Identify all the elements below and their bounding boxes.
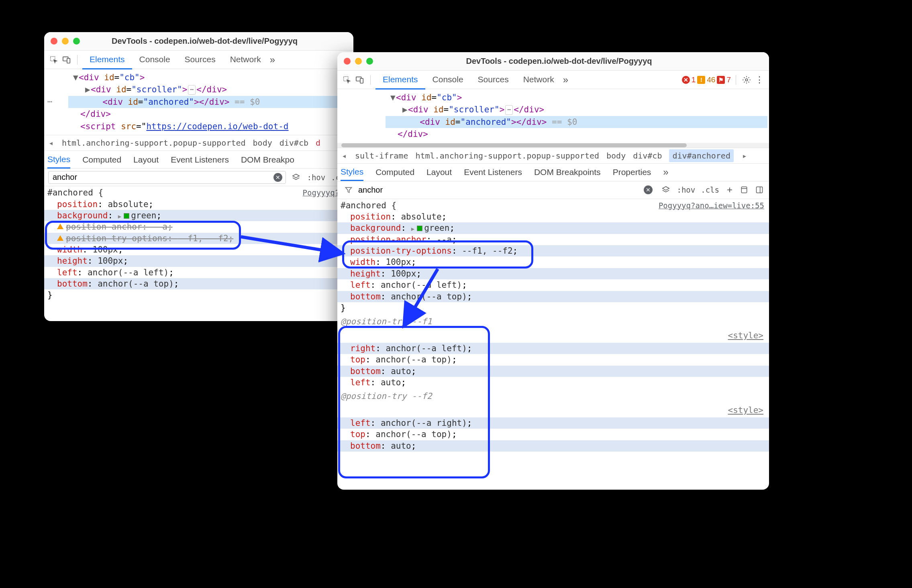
styles-pane[interactable]: #anchored { Pogyyyq?an position: absolut…	[44, 186, 353, 321]
tab-sources[interactable]: Sources	[471, 71, 516, 89]
main-tabs: Elements Console Sources Network	[82, 51, 268, 69]
crumb-html[interactable]: html.anchoring-support.popup-supported	[62, 138, 246, 148]
tab-network[interactable]: Network	[223, 51, 268, 69]
rule-selector[interactable]: #anchored {	[47, 187, 103, 198]
cls-toggle[interactable]: .cls	[701, 185, 719, 194]
styles-subtabs: Styles Computed Layout Event Listeners D…	[337, 164, 769, 181]
horizontal-scrollbar[interactable]	[337, 143, 769, 148]
inspect-icon[interactable]	[48, 54, 59, 65]
more-tabs-icon[interactable]: »	[270, 54, 275, 65]
styles-filter-input-wrap: ✕	[48, 171, 286, 184]
inspect-icon[interactable]	[341, 74, 353, 85]
crumb-iframe[interactable]: sult-iframe	[355, 151, 408, 161]
clear-filter-icon[interactable]: ✕	[644, 185, 653, 194]
crumb-left-icon[interactable]: ◂	[47, 138, 55, 148]
subtab-properties[interactable]: Properties	[613, 164, 651, 180]
device-toggle-icon[interactable]	[354, 74, 365, 85]
at-rule-header[interactable]: @position-try --f2	[337, 389, 769, 403]
styles-filter-row: ✕ :hov .cls	[44, 169, 353, 186]
breadcrumb[interactable]: ◂ html.anchoring-support.popup-supported…	[44, 135, 353, 151]
subtab-dombreakpoints[interactable]: DOM Breakpoints	[534, 164, 601, 180]
titlebar[interactable]: DevTools - codepen.io/web-dot-dev/live/P…	[44, 32, 353, 51]
crumb-html[interactable]: html.anchoring-support.popup-supported	[415, 151, 599, 161]
styles-filter-input[interactable]	[357, 185, 641, 195]
main-tabs: Elements Console Sources Network	[375, 71, 561, 89]
clear-filter-icon[interactable]: ✕	[273, 173, 282, 182]
subtab-dombreakpoints[interactable]: DOM Breakpo	[241, 152, 294, 168]
at-rule-header[interactable]: @position-try --f1	[337, 314, 769, 329]
hov-toggle[interactable]: :hov	[677, 185, 695, 194]
tab-elements[interactable]: Elements	[82, 51, 132, 69]
settings-icon[interactable]	[741, 74, 752, 85]
filter-icon	[345, 186, 354, 194]
more-icon[interactable]: ⋮	[754, 74, 765, 85]
svg-rect-8	[757, 187, 763, 193]
styles-filter-input[interactable]	[52, 172, 270, 182]
close-icon[interactable]	[344, 58, 351, 65]
more-tabs-icon[interactable]: »	[563, 74, 568, 85]
subtab-layout[interactable]: Layout	[133, 152, 159, 168]
warning-icon	[57, 235, 63, 241]
warning-icon	[57, 224, 63, 229]
computed-styles-icon[interactable]	[740, 186, 750, 194]
svg-rect-5	[360, 78, 363, 83]
styles-filter-row: ✕ :hov .cls +	[337, 181, 769, 199]
new-rule-icon[interactable]: +	[725, 184, 734, 195]
rule-selector[interactable]: #anchored {	[341, 200, 396, 211]
svg-point-6	[745, 79, 748, 81]
layers-icon[interactable]	[661, 185, 671, 194]
styles-filter-input-wrap: ✕	[341, 183, 656, 196]
crumb-divcb[interactable]: div#cb	[633, 151, 662, 161]
crumb-anchored[interactable]: div#anchored	[669, 149, 734, 162]
crumb-left-icon[interactable]: ◂	[341, 151, 348, 161]
subtab-styles[interactable]: Styles	[47, 151, 70, 169]
dom-selected-row[interactable]: <div id="anchored"></div> == $0	[386, 116, 767, 128]
titlebar[interactable]: DevTools - codepen.io/web-dot-dev/live/P…	[337, 52, 769, 71]
crumb-right-icon[interactable]: ▸	[741, 151, 748, 161]
more-subtabs-icon[interactable]: »	[663, 167, 668, 178]
crumb-body[interactable]: body	[606, 151, 626, 161]
svg-rect-2	[67, 58, 70, 63]
close-icon[interactable]	[51, 38, 57, 45]
main-toolbar: Elements Console Sources Network » ✕1 !4…	[337, 71, 769, 89]
style-source-link[interactable]: <style>	[728, 405, 763, 416]
tab-sources[interactable]: Sources	[178, 51, 223, 69]
tab-console[interactable]: Console	[425, 71, 471, 89]
tab-network[interactable]: Network	[516, 71, 561, 89]
window-title: DevTools - codepen.io/web-dot-dev/live/P…	[62, 37, 347, 46]
styles-subtabs: Styles Computed Layout Event Listeners D…	[44, 151, 353, 169]
main-toolbar: Elements Console Sources Network »	[44, 51, 353, 69]
subtab-computed[interactable]: Computed	[375, 164, 414, 180]
error-counter[interactable]: ✕1	[682, 75, 696, 84]
subtab-computed[interactable]: Computed	[82, 152, 121, 168]
issue-counter[interactable]: ⚑7	[717, 75, 731, 84]
crumb-body[interactable]: body	[253, 138, 272, 148]
warning-counter[interactable]: !46	[697, 75, 715, 84]
layers-icon[interactable]	[292, 173, 301, 182]
device-toggle-icon[interactable]	[61, 54, 72, 65]
window-title: DevTools - codepen.io/web-dot-dev/live/P…	[355, 57, 763, 66]
crumb-divcb[interactable]: div#cb	[280, 138, 308, 148]
tab-console[interactable]: Console	[132, 51, 178, 69]
style-source-link[interactable]: <style>	[728, 330, 763, 341]
tab-elements[interactable]: Elements	[375, 71, 425, 90]
hov-toggle[interactable]: :hov	[307, 173, 325, 182]
rule-source-link[interactable]: Pogyyyq?ano…iew=live:55	[659, 201, 764, 211]
subtab-styles[interactable]: Styles	[341, 164, 363, 181]
devtools-window-before: DevTools - codepen.io/web-dot-dev/live/P…	[44, 32, 353, 321]
devtools-window-after: DevTools - codepen.io/web-dot-dev/live/P…	[337, 52, 769, 490]
subtab-layout[interactable]: Layout	[426, 164, 452, 180]
subtab-eventlisteners[interactable]: Event Listeners	[464, 164, 522, 180]
rendering-icon[interactable]	[755, 186, 765, 194]
dom-selected-row[interactable]: ⋯ <div id="anchored"></div> == $0	[68, 96, 352, 108]
svg-rect-7	[741, 187, 747, 193]
styles-pane[interactable]: #anchored { Pogyyyq?ano…iew=live:55 posi…	[337, 199, 769, 490]
breadcrumb[interactable]: ◂ sult-iframe html.anchoring-support.pop…	[337, 148, 769, 164]
dom-tree[interactable]: ▼<div id="cb"> ▶<div id="scroller">⋯</di…	[337, 89, 769, 143]
subtab-eventlisteners[interactable]: Event Listeners	[171, 152, 229, 168]
dom-tree[interactable]: ▼<div id="cb"> ▶<div id="scroller">⋯</di…	[44, 69, 353, 135]
